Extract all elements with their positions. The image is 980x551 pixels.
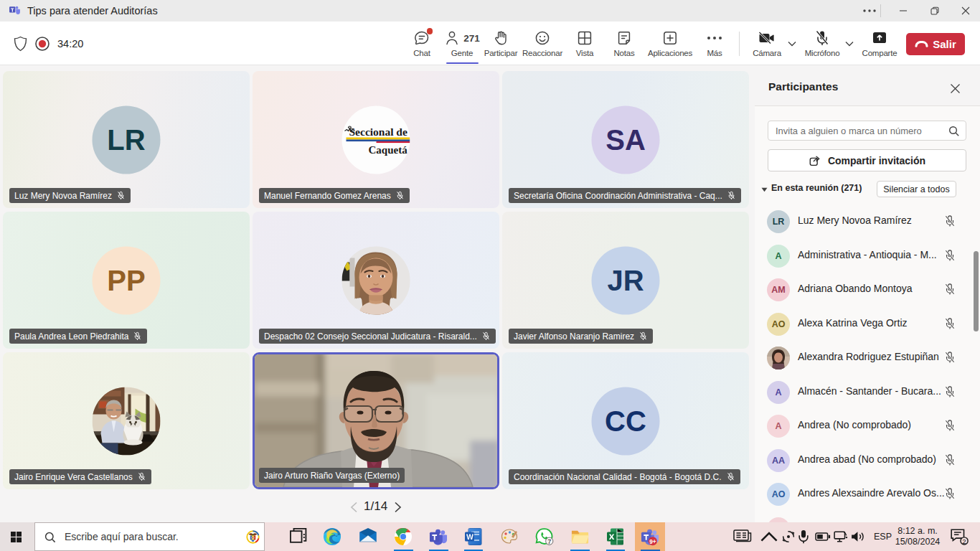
svg-text:7: 7 [547,538,551,545]
svg-text:9+: 9+ [649,539,656,545]
svg-text:Seccional de: Seccional de [349,125,407,137]
svg-text:2: 2 [962,537,966,545]
svg-text:Caquetá: Caquetá [369,143,408,155]
